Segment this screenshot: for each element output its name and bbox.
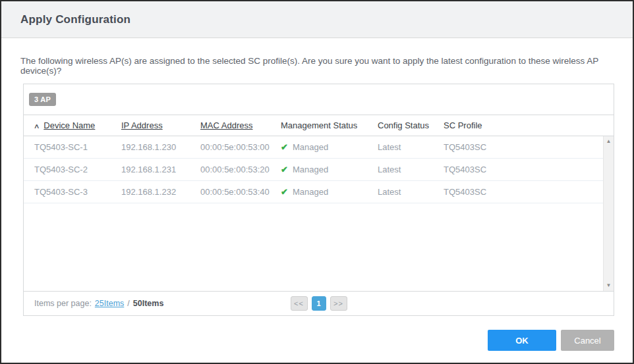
cell-management-status: ✔Managed	[281, 165, 378, 174]
column-header-sc-profile: SC Profile	[444, 120, 614, 130]
cell-device-name: TQ5403-SC-3	[24, 187, 121, 197]
cell-management-status: ✔Managed	[281, 142, 378, 152]
sort-ascending-icon: ∧	[34, 122, 40, 130]
items-per-page-label: Items per page:	[34, 299, 92, 308]
cell-mac-address: 00:00:5e:00:53:40	[200, 187, 281, 197]
check-icon: ✔	[281, 187, 288, 197]
check-icon: ✔	[281, 142, 288, 152]
cell-mac-address: 00:00:5e:00:53:00	[200, 142, 281, 152]
column-header-config-status: Config Status	[378, 120, 444, 130]
items-per-page: Items per page: 25Items / 50Items	[24, 299, 163, 308]
cell-config-status: Latest	[378, 187, 444, 197]
cell-device-name: TQ5403-SC-2	[24, 165, 121, 174]
column-header-device-name[interactable]: ∧Device Name	[24, 120, 121, 130]
dialog-title: Apply Configuration	[20, 13, 130, 26]
cell-sc-profile: TQ5403SC	[444, 142, 603, 152]
items-per-page-50-label: 50Items	[133, 299, 164, 308]
dialog-footer: OK Cancel	[1, 330, 633, 351]
items-per-page-25-link[interactable]: 25Items	[95, 299, 124, 308]
cell-ip-address: 192.168.1.232	[121, 187, 200, 197]
column-header-mac-address[interactable]: MAC Address	[200, 120, 281, 130]
cell-ip-address: 192.168.1.231	[121, 165, 200, 174]
cell-device-name: TQ5403-SC-1	[24, 142, 121, 152]
next-page-button[interactable]: >>	[330, 296, 347, 311]
column-header-ip-address[interactable]: IP Address	[121, 120, 200, 130]
cell-sc-profile: TQ5403SC	[444, 165, 603, 174]
table-row[interactable]: TQ5403-SC-1 192.168.1.230 00:00:5e:00:53…	[24, 136, 603, 159]
page-controls: << 1 >>	[291, 296, 347, 311]
ok-button[interactable]: OK	[488, 330, 556, 351]
dialog-header: Apply Configuration	[1, 1, 633, 38]
table-toolbar: 3 AP	[24, 84, 614, 115]
ap-table: 3 AP ∧Device Name IP Address MAC Address…	[23, 84, 614, 316]
table-scroll-area: TQ5403-SC-1 192.168.1.230 00:00:5e:00:53…	[24, 136, 614, 291]
pagination-bar: Items per page: 25Items / 50Items << 1 >…	[24, 291, 614, 315]
table-header-row: ∧Device Name IP Address MAC Address Mana…	[24, 115, 614, 136]
scroll-down-icon[interactable]: ▼	[604, 280, 614, 291]
cancel-button[interactable]: Cancel	[561, 330, 614, 351]
cell-ip-address: 192.168.1.230	[121, 142, 200, 152]
cell-config-status: Latest	[378, 165, 444, 174]
column-header-management-status: Management Status	[281, 120, 378, 130]
check-icon: ✔	[281, 165, 288, 174]
cell-management-status: ✔Managed	[281, 187, 378, 197]
cell-mac-address: 00:00:5e:00:53:20	[200, 165, 281, 174]
table-row[interactable]: TQ5403-SC-3 192.168.1.232 00:00:5e:00:53…	[24, 181, 603, 203]
scroll-up-icon[interactable]: ▲	[604, 136, 614, 147]
page-1-button[interactable]: 1	[312, 296, 326, 311]
prev-page-button[interactable]: <<	[291, 296, 308, 311]
cell-sc-profile: TQ5403SC	[444, 187, 603, 197]
vertical-scrollbar[interactable]: ▲ ▼	[603, 136, 614, 291]
items-per-page-separator: /	[127, 299, 129, 308]
dialog-description: The following wireless AP(s) are assigne…	[20, 56, 614, 76]
apply-configuration-dialog: Apply Configuration The following wirele…	[0, 0, 634, 364]
ap-count-badge: 3 AP	[29, 93, 56, 106]
table-rows: TQ5403-SC-1 192.168.1.230 00:00:5e:00:53…	[24, 136, 603, 203]
cell-config-status: Latest	[378, 142, 444, 152]
table-row[interactable]: TQ5403-SC-2 192.168.1.231 00:00:5e:00:53…	[24, 159, 603, 181]
